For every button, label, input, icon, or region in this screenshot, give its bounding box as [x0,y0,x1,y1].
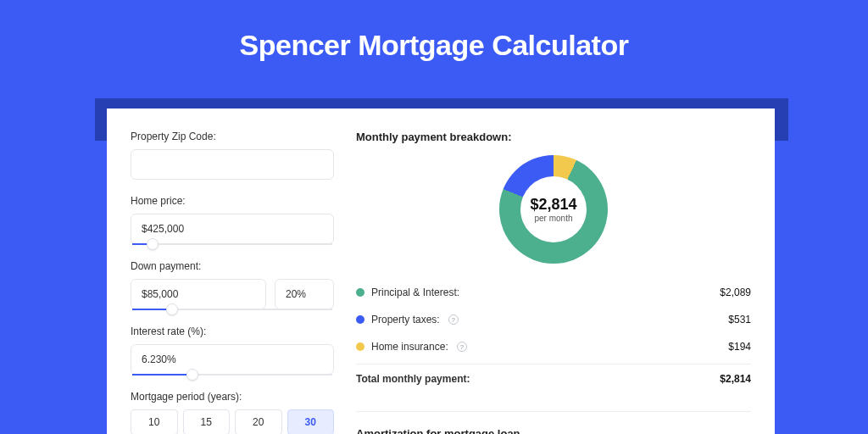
down-payment-label: Down payment: [131,260,334,272]
home-price-label: Home price: [131,195,334,207]
total-amount: $2,814 [720,373,751,385]
period-option-15[interactable]: 15 [183,409,231,434]
app-root: Spencer Mortgage Calculator Property Zip… [0,0,868,434]
info-icon[interactable]: ? [457,342,467,352]
info-icon[interactable]: ? [448,314,459,325]
total-label: Total monthly payment: [356,373,470,385]
donut-chart: $2,814 per month [356,155,751,264]
calculator-card: Property Zip Code: Home price: Down paym… [107,108,775,434]
period-option-10[interactable]: 10 [131,409,178,434]
legend-principal: Principal & Interest: $2,089 [356,279,751,306]
breakdown-panel: Monthly payment breakdown: $2,814 per mo… [356,131,751,434]
down-payment-input[interactable] [131,279,266,309]
home-price-block: Home price: [131,195,334,245]
zip-field-block: Property Zip Code: [131,131,334,180]
slider-thumb[interactable] [186,369,198,381]
legend-taxes: Property taxes: ? $531 [356,306,751,333]
dot-icon [356,288,364,297]
dot-icon [356,315,364,324]
down-payment-block: Down payment: [131,260,334,310]
dot-icon [356,342,364,351]
down-payment-slider[interactable] [132,309,332,310]
slider-thumb[interactable] [147,238,159,250]
legend-amount: $2,089 [720,287,751,298]
zip-label: Property Zip Code: [131,131,334,142]
zip-input[interactable] [131,149,334,180]
home-price-slider[interactable] [132,243,332,245]
period-label: Mortgage period (years): [131,391,334,403]
period-option-20[interactable]: 20 [235,409,282,434]
amortization-title: Amortization for mortgage loan [356,427,751,434]
legend-insurance: Home insurance: ? $194 [356,333,751,360]
page-title: Spencer Mortgage Calculator [0,0,868,62]
period-block: Mortgage period (years): 10 15 20 30 [131,391,334,434]
legend-label: Property taxes: [371,314,440,326]
donut-amount: $2,814 [530,196,576,214]
legend-amount: $531 [728,314,751,326]
slider-thumb[interactable] [166,303,178,315]
donut-sub: per month [534,214,572,223]
period-segmented: 10 15 20 30 [131,409,334,434]
down-payment-pct-input[interactable] [275,279,334,309]
legend-amount: $194 [728,341,751,353]
breakdown-title: Monthly payment breakdown: [356,131,751,143]
interest-slider[interactable] [132,374,332,376]
home-price-input[interactable] [131,214,334,244]
donut-ring: $2,814 per month [499,155,608,264]
legend-total: Total monthly payment: $2,814 [356,364,751,392]
slider-fill [132,374,192,376]
amortization-section: Amortization for mortgage loan Amortizat… [356,411,751,434]
form-panel: Property Zip Code: Home price: Down paym… [131,131,334,434]
interest-label: Interest rate (%): [131,326,334,337]
donut-center: $2,814 per month [520,176,587,242]
period-option-30[interactable]: 30 [287,409,335,434]
legend-label: Home insurance: [371,341,448,353]
legend-label: Principal & Interest: [371,287,459,298]
interest-input[interactable] [131,344,334,375]
interest-block: Interest rate (%): [131,326,334,376]
